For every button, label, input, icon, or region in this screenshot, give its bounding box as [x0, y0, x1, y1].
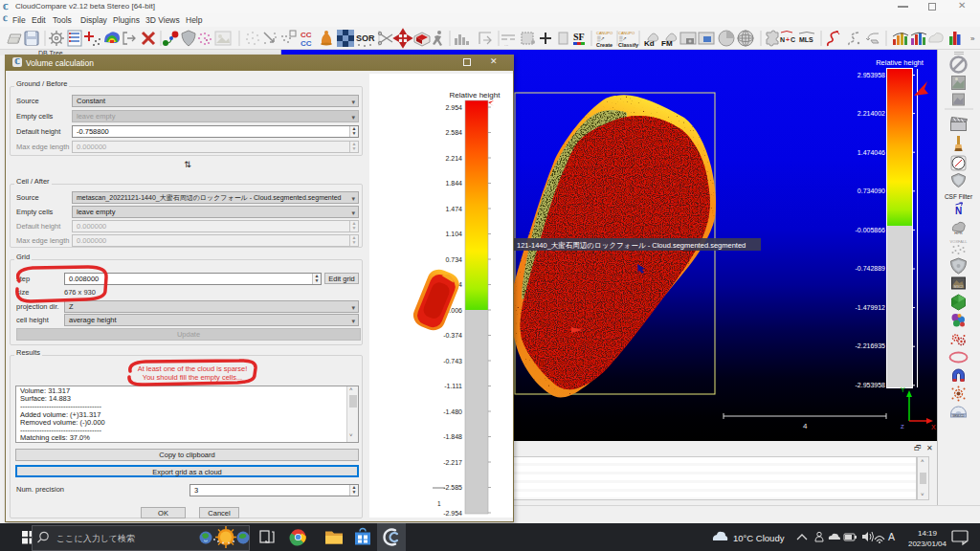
svg-text:-0.742889: -0.742889 [855, 265, 885, 272]
svg-text:2.584: 2.584 [445, 129, 462, 136]
svg-text:2023/01/04: 2023/01/04 [908, 540, 947, 548]
svg-text:C: C [791, 36, 795, 43]
svg-text:-2.953958: -2.953958 [855, 382, 885, 388]
svg-text:SRMJCD: SRMJCD [952, 414, 965, 418]
svg-text:-2.585: -2.585 [443, 484, 462, 491]
svg-text:Y: Y [901, 386, 905, 393]
svg-text:ここに入力して検索: ここに入力して検索 [56, 534, 135, 543]
svg-text:Z: Z [901, 424, 904, 430]
svg-text:2.214: 2.214 [445, 155, 462, 162]
svg-text:Kd: Kd [644, 39, 655, 48]
svg-text:2.953958: 2.953958 [858, 72, 885, 78]
svg-text:N: N [780, 36, 785, 43]
svg-text:0.734: 0.734 [445, 256, 462, 263]
svg-text:▒↗: ▒↗ [597, 35, 605, 42]
svg-text:A: A [888, 531, 895, 542]
svg-text:121-1440_大蜜石周辺のロックフォール - Cloud: 121-1440_大蜜石周辺のロックフォール - Cloud.segmented… [517, 241, 746, 250]
svg-text:N: N [955, 206, 962, 216]
svg-text:...: ... [504, 41, 508, 47]
svg-text:-0.005866: -0.005866 [855, 227, 885, 233]
svg-text:1.844: 1.844 [445, 180, 462, 187]
svg-text:2.214002: 2.214002 [858, 110, 885, 117]
svg-text:FM: FM [661, 39, 673, 48]
svg-text:-2.216935: -2.216935 [855, 342, 885, 349]
svg-text:-1.480: -1.480 [443, 408, 462, 415]
svg-text:Relative height: Relative height [450, 91, 501, 99]
svg-text:Relative height: Relative height [876, 58, 924, 67]
svg-text:10°C Cloudy: 10°C Cloudy [733, 533, 785, 543]
svg-text:-1.848: -1.848 [443, 433, 462, 440]
svg-text:0.734090: 0.734090 [858, 187, 885, 194]
svg-text:X: X [931, 424, 936, 430]
svg-text:1.474046: 1.474046 [858, 149, 885, 156]
svg-text:CC: CC [301, 39, 312, 48]
svg-text:VOXFALL: VOXFALL [950, 239, 969, 244]
svg-text:-1.479912: -1.479912 [855, 304, 885, 311]
svg-text:14:19: 14:19 [918, 529, 938, 538]
svg-text:1.474: 1.474 [445, 206, 462, 212]
svg-text:SF: SF [573, 32, 585, 42]
svg-text:-1.111: -1.111 [444, 383, 462, 389]
svg-text:SOR: SOR [356, 33, 375, 43]
svg-text:CC: CC [301, 31, 312, 39]
svg-text:▒↗: ▒↗ [619, 35, 627, 42]
svg-text:»: » [970, 34, 975, 43]
svg-text:HPR: HPR [954, 231, 963, 235]
svg-text:+: + [786, 36, 790, 43]
svg-text:-0.743: -0.743 [443, 358, 462, 364]
svg-text:4: 4 [803, 422, 808, 430]
svg-text:-0.374: -0.374 [443, 332, 462, 339]
svg-text:M3C2: M3C2 [954, 285, 963, 289]
svg-text:CSF Filter: CSF Filter [945, 193, 973, 200]
svg-text:MLS: MLS [799, 36, 813, 43]
svg-text:2.954: 2.954 [445, 104, 462, 111]
svg-text:-2.954: -2.954 [443, 510, 462, 517]
svg-text:1: 1 [437, 500, 441, 507]
svg-text:-2.217: -2.217 [443, 459, 462, 466]
svg-text:1.104: 1.104 [445, 231, 462, 237]
